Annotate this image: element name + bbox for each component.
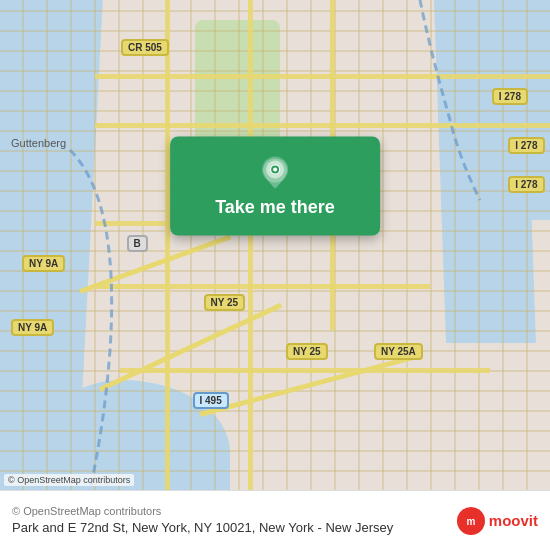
badge-ny9a-1: NY 9A xyxy=(22,255,65,272)
badge-i278-1: I 278 xyxy=(492,88,528,105)
osm-text: © OpenStreetMap contributors xyxy=(12,504,447,519)
badge-b: B xyxy=(127,235,148,252)
cta-label: Take me there xyxy=(215,197,335,218)
osm-attribution-map: © OpenStreetMap contributors xyxy=(4,474,134,486)
moovit-text: moovit xyxy=(489,512,538,529)
major-road-v2 xyxy=(248,0,253,490)
attribution-text: © OpenStreetMap contributors Park and E … xyxy=(12,504,447,538)
location-description: Park and E 72nd St, New York, NY 10021, … xyxy=(12,519,447,537)
guttenberg-label: Guttenberg xyxy=(11,137,66,149)
location-pin-icon xyxy=(257,155,293,191)
moovit-icon-svg: m xyxy=(462,512,480,530)
major-road-h2 xyxy=(95,123,550,128)
moovit-logo: m moovit xyxy=(457,507,538,535)
svg-text:m: m xyxy=(466,516,475,527)
badge-ny25-1: NY 25 xyxy=(204,294,246,311)
map-container: CR 505 NY 9A NY 9A I 278 I 278 I 278 B N… xyxy=(0,0,550,490)
badge-ny25a: NY 25A xyxy=(374,343,423,360)
badge-i278-3: I 278 xyxy=(508,176,544,193)
moovit-icon: m xyxy=(457,507,485,535)
attribution-bar: © OpenStreetMap contributors Park and E … xyxy=(0,490,550,550)
badge-ny9a-2: NY 9A xyxy=(11,319,54,336)
badge-cr505: CR 505 xyxy=(121,39,169,56)
svg-point-4 xyxy=(273,168,277,172)
major-road-h1 xyxy=(95,74,550,79)
badge-i278-2: I 278 xyxy=(508,137,544,154)
take-me-there-button[interactable]: Take me there xyxy=(170,137,380,236)
major-road-v1 xyxy=(165,0,170,490)
badge-i495: I 495 xyxy=(193,392,229,409)
major-road-h4 xyxy=(95,284,430,289)
badge-ny25-2: NY 25 xyxy=(286,343,328,360)
cta-container: Take me there xyxy=(170,137,380,236)
major-road-h5 xyxy=(120,368,490,373)
